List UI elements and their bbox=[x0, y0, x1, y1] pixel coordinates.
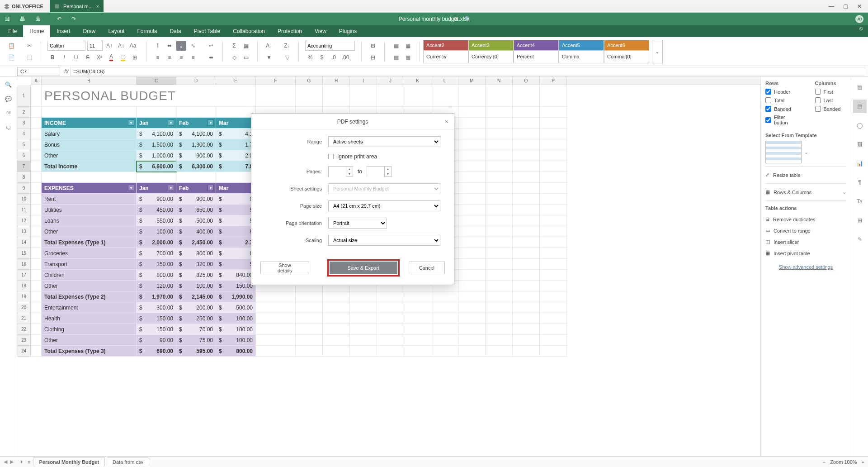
cell[interactable] bbox=[458, 237, 486, 248]
cell[interactable] bbox=[540, 291, 567, 302]
cell[interactable] bbox=[486, 335, 513, 346]
row-header[interactable]: 20 bbox=[17, 302, 31, 313]
cell[interactable] bbox=[31, 226, 42, 237]
col-header-H[interactable]: H bbox=[323, 77, 350, 85]
zoom-in-icon[interactable]: + bbox=[862, 459, 864, 465]
maximize-button[interactable]: ▢ bbox=[843, 3, 848, 10]
style-comma--0-[interactable]: Accent6Comma [0] bbox=[604, 40, 649, 63]
cell[interactable]: Other bbox=[42, 150, 137, 161]
style-currency--0-[interactable]: Accent3Currency [0] bbox=[468, 40, 514, 63]
percent-icon[interactable]: % bbox=[305, 52, 315, 62]
cell[interactable] bbox=[486, 139, 513, 150]
cell[interactable]: Mar bbox=[216, 183, 256, 194]
convert-range-button[interactable]: ▭Convert to range bbox=[765, 225, 846, 236]
cell[interactable] bbox=[513, 172, 540, 183]
cell[interactable] bbox=[377, 324, 404, 335]
cell[interactable]: Total Expenses (Type 2) bbox=[42, 291, 137, 302]
cell[interactable] bbox=[458, 85, 486, 107]
cell[interactable] bbox=[540, 107, 567, 118]
cell[interactable] bbox=[31, 324, 42, 335]
cell[interactable] bbox=[458, 248, 486, 259]
formula-input[interactable]: =SUM(C4:C6) bbox=[70, 67, 865, 76]
col-header-K[interactable]: K bbox=[404, 77, 431, 85]
align-bottom-icon[interactable]: ⭳ bbox=[176, 41, 186, 51]
cell[interactable] bbox=[323, 346, 350, 357]
cell[interactable] bbox=[31, 346, 42, 357]
cell[interactable]: $800.00 bbox=[137, 270, 176, 281]
orientation-icon[interactable]: ⤡ bbox=[188, 41, 198, 51]
cell[interactable]: Feb▾ bbox=[176, 118, 216, 129]
cell[interactable] bbox=[256, 335, 296, 346]
cell[interactable] bbox=[458, 226, 486, 237]
menu-layout[interactable]: Layout bbox=[102, 25, 131, 37]
cell[interactable] bbox=[458, 161, 486, 172]
cell[interactable] bbox=[31, 161, 42, 172]
cell[interactable] bbox=[458, 172, 486, 183]
sum-icon[interactable]: Σ bbox=[229, 41, 239, 51]
cell[interactable]: EXPENSES▾ bbox=[42, 183, 137, 194]
cell[interactable] bbox=[431, 324, 458, 335]
cell[interactable] bbox=[31, 194, 42, 205]
cell[interactable]: Jan▾ bbox=[137, 183, 176, 194]
cell[interactable] bbox=[513, 205, 540, 215]
cell[interactable] bbox=[486, 281, 513, 291]
cell[interactable]: INCOME▾ bbox=[42, 118, 137, 129]
cell-reference[interactable]: C7 bbox=[17, 67, 60, 76]
menu-file[interactable]: File bbox=[2, 25, 23, 37]
cancel-button[interactable]: Cancel bbox=[409, 262, 445, 274]
cell[interactable] bbox=[513, 139, 540, 150]
zoom-out-icon[interactable]: − bbox=[823, 459, 826, 465]
slicer-settings-icon[interactable]: ✎ bbox=[853, 233, 867, 246]
cell[interactable] bbox=[513, 313, 540, 324]
cell[interactable] bbox=[486, 161, 513, 172]
cell[interactable] bbox=[31, 183, 42, 194]
cell[interactable] bbox=[404, 346, 431, 357]
cell[interactable] bbox=[486, 172, 513, 183]
cell[interactable] bbox=[540, 281, 567, 291]
row-header[interactable]: 11 bbox=[17, 205, 31, 215]
insert-slicer-button[interactable]: ◫Insert slicer bbox=[765, 236, 846, 248]
row-header[interactable]: 3 bbox=[17, 118, 31, 129]
cell[interactable] bbox=[458, 118, 486, 129]
cell[interactable]: $500.00 bbox=[176, 215, 216, 226]
cell[interactable] bbox=[458, 281, 486, 291]
cell[interactable] bbox=[350, 313, 377, 324]
cell[interactable]: Jan▾ bbox=[137, 118, 176, 129]
cell[interactable] bbox=[296, 335, 323, 346]
cell[interactable] bbox=[350, 85, 377, 107]
cell[interactable]: Bonus bbox=[42, 139, 137, 150]
cell[interactable] bbox=[296, 291, 323, 302]
cell[interactable] bbox=[486, 237, 513, 248]
cell[interactable] bbox=[540, 118, 567, 129]
cell[interactable]: $100.00 bbox=[216, 335, 256, 346]
cell[interactable] bbox=[323, 335, 350, 346]
cell[interactable]: $6 bbox=[216, 248, 256, 259]
menu-draw[interactable]: Draw bbox=[76, 25, 102, 37]
cell[interactable] bbox=[458, 324, 486, 335]
row-header[interactable]: 24 bbox=[17, 346, 31, 357]
minimize-button[interactable]: — bbox=[829, 3, 834, 10]
cell[interactable]: $2,0 bbox=[216, 150, 256, 161]
cell[interactable] bbox=[176, 107, 216, 118]
cell[interactable] bbox=[31, 313, 42, 324]
col-header-N[interactable]: N bbox=[486, 77, 513, 85]
cell[interactable]: Total Expenses (Type 1) bbox=[42, 237, 137, 248]
cell[interactable]: $7,8 bbox=[216, 161, 256, 172]
cell[interactable] bbox=[540, 335, 567, 346]
cell[interactable] bbox=[431, 302, 458, 313]
show-details-button[interactable]: Show details bbox=[260, 262, 309, 274]
cell[interactable] bbox=[137, 172, 176, 183]
cell[interactable]: $2,000.00 bbox=[137, 237, 176, 248]
cell[interactable] bbox=[513, 161, 540, 172]
cell[interactable] bbox=[458, 335, 486, 346]
cell[interactable]: Health bbox=[42, 313, 137, 324]
cell[interactable] bbox=[513, 248, 540, 259]
cell[interactable]: Other bbox=[42, 281, 137, 291]
col-header-P[interactable]: P bbox=[540, 77, 567, 85]
cell[interactable] bbox=[513, 118, 540, 129]
cell[interactable] bbox=[540, 85, 567, 107]
borders-button[interactable]: ⊞ bbox=[130, 52, 140, 62]
row-header[interactable]: 10 bbox=[17, 194, 31, 205]
spellcheck-icon[interactable]: ᴬᴮ bbox=[6, 110, 11, 117]
cell[interactable] bbox=[404, 313, 431, 324]
